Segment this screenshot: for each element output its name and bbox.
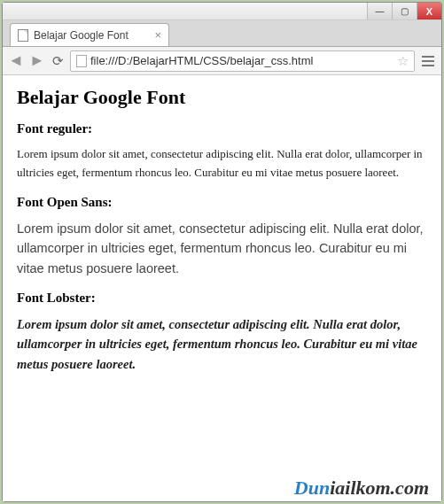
forward-button[interactable]: ► [29, 51, 45, 70]
heading-opensans: Font Open Sans: [17, 195, 427, 210]
window-titlebar: — ▢ X [3, 3, 441, 20]
close-button[interactable]: X [417, 3, 441, 19]
tab-title: Belajar Google Font [34, 29, 129, 42]
address-bar: ◄ ► ⟳ file:///D:/BelajarHTML/CSS/belajar… [3, 47, 441, 75]
reload-button[interactable]: ⟳ [51, 53, 65, 69]
file-icon [76, 55, 87, 67]
maximize-button[interactable]: ▢ [392, 3, 417, 19]
minimize-button[interactable]: — [367, 3, 392, 19]
menu-button[interactable] [420, 56, 436, 66]
watermark-logo: Duniailkom.com [294, 477, 429, 500]
tab-bar: Belajar Google Font × [3, 20, 441, 47]
url-text: file:///D:/BelajarHTML/CSS/belajar_css.h… [90, 54, 313, 67]
paragraph-opensans: Lorem ipsum dolor sit amet, consectetur … [17, 219, 427, 278]
document-icon [18, 29, 28, 42]
heading-regular: Font reguler: [17, 121, 427, 136]
heading-lobster: Font Lobster: [17, 291, 427, 306]
watermark-prefix: Dun [294, 477, 330, 499]
paragraph-lobster: Lorem ipsum dolor sit amet, consectetur … [17, 314, 427, 374]
browser-tab[interactable]: Belajar Google Font × [10, 23, 169, 46]
watermark-suffix: iailkom.com [330, 477, 429, 499]
back-button[interactable]: ◄ [8, 51, 24, 70]
page-content: Belajar Google Font Font reguler: Lorem … [3, 75, 441, 501]
paragraph-regular: Lorem ipsum dolor sit amet, consectetur … [17, 145, 427, 182]
page-title: Belajar Google Font [17, 86, 427, 109]
url-input[interactable]: file:///D:/BelajarHTML/CSS/belajar_css.h… [70, 50, 415, 72]
browser-window: — ▢ X Belajar Google Font × ◄ ► ⟳ file:/… [2, 2, 442, 502]
tab-close-icon[interactable]: × [154, 29, 161, 41]
bookmark-star-icon[interactable]: ☆ [397, 53, 409, 69]
